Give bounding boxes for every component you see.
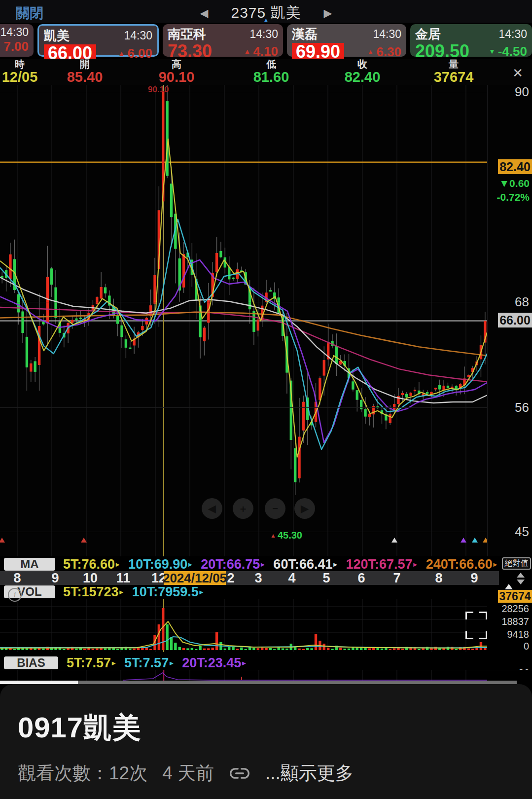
- ohlc-field-4: 收82.40: [345, 59, 381, 84]
- ticker-change: ▲4.10: [244, 44, 278, 59]
- ohlc-label: 低: [253, 59, 289, 70]
- absolute-value-button[interactable]: 絕對值: [502, 557, 531, 570]
- ticker-top-row: 凱美14:30: [39, 27, 157, 44]
- close-panel-icon[interactable]: ✕: [512, 66, 523, 81]
- ohlc-label: 時: [2, 59, 38, 70]
- indicator-value[interactable]: 240T:66.60▸: [426, 557, 497, 572]
- ohlc-field-5: 量37674: [434, 59, 474, 84]
- x-axis-tick: 8: [13, 571, 21, 585]
- panel-resize-up-icon[interactable]: [517, 573, 525, 578]
- video-scrub-bar[interactable]: [0, 681, 532, 684]
- ohlc-label: 量: [434, 59, 474, 70]
- viewfinder-icon[interactable]: [465, 612, 487, 639]
- ma-button[interactable]: MA: [4, 558, 55, 571]
- volume-tag-pointer-icon: [505, 584, 513, 589]
- expand-icon: ▸: [414, 560, 417, 568]
- indicator-value-text: 20T:66.75: [201, 557, 260, 572]
- ticker-card-漢磊[interactable]: 漢磊14:3069.90▲6.30: [287, 24, 406, 57]
- ticker-price: 209.50: [415, 43, 469, 60]
- down-triangle-icon: ▼: [489, 47, 496, 55]
- indicator-value[interactable]: 5T:15723▸: [63, 584, 123, 600]
- expand-icon: ▸: [170, 659, 173, 667]
- price-axis-tick: 45: [515, 524, 529, 540]
- bias-values: 5T:7.57▸5T:7.57▸20T:23.45▸: [67, 656, 246, 670]
- candlestick-chart-area[interactable]: 90.10 ▲ 45.30 82.40 ▼0.60 -0.72% 66.00 ◀…: [0, 85, 532, 556]
- bias-chart-strip: [0, 670, 532, 681]
- ohlc-field-3: 低81.60: [253, 59, 289, 84]
- expand-icon: ▸: [494, 560, 497, 568]
- ticker-change-value: 4.10: [253, 44, 278, 59]
- indicator-value-text: 60T:66.41: [273, 557, 332, 572]
- indicator-value[interactable]: 60T:66.41▸: [273, 557, 337, 572]
- panel-resize-down-icon[interactable]: [517, 580, 525, 584]
- volume-chart-area[interactable]: [0, 599, 532, 654]
- ticker-change: ▲6.30: [367, 44, 401, 60]
- ticker-time: 14:30: [0, 26, 29, 39]
- ohlc-field-2: 高90.10: [159, 59, 195, 84]
- price-axis-tick: 68: [515, 294, 529, 310]
- price-axis-tick: 90: [515, 84, 529, 100]
- candlestick-chart[interactable]: [0, 85, 487, 556]
- volume-chart[interactable]: [0, 599, 487, 654]
- ticker-price: 69.90: [292, 43, 344, 61]
- info-icon[interactable]: i: [8, 588, 22, 602]
- indicator-value[interactable]: 20T:23.45▸: [182, 655, 246, 671]
- ticker-price: 73.30: [168, 43, 212, 60]
- ticker-card-南亞科[interactable]: 南亞科14:3073.30▲4.10: [163, 24, 283, 57]
- pan-right-button[interactable]: ▶: [294, 498, 315, 519]
- ticker-card-金居[interactable]: 金居14:30209.50▼-4.50: [410, 24, 532, 57]
- change-percent: -0.72%: [497, 191, 530, 203]
- video-title: 0917凱美: [18, 709, 142, 747]
- pan-left-button[interactable]: ◀: [202, 498, 222, 519]
- indicator-value-text: 120T:67.57: [346, 557, 412, 572]
- ticker-time: 14:30: [249, 28, 278, 41]
- indicator-value[interactable]: 10T:69.90▸: [128, 557, 192, 572]
- video-age: 4 天前: [162, 761, 214, 786]
- indicator-value-text: 5T:76.60: [63, 557, 115, 572]
- x-axis-tick: 7: [393, 571, 400, 585]
- indicator-value-text: 5T:7.57: [67, 655, 111, 671]
- expand-icon: ▸: [261, 560, 264, 568]
- axis-divider: [487, 85, 488, 556]
- indicator-value[interactable]: 20T:66.75▸: [201, 557, 264, 572]
- x-axis-tick: 3: [254, 571, 262, 585]
- ticker-price-row: 73.30▲4.10: [163, 43, 283, 60]
- peak-price-annotation: 90.10: [148, 85, 169, 95]
- indicator-value[interactable]: 10T:7959.5▸: [132, 584, 203, 600]
- expand-icon: ▸: [188, 560, 192, 568]
- indicator-value[interactable]: 5T:76.60▸: [63, 557, 119, 572]
- up-triangle-icon: ▲: [244, 47, 251, 55]
- ticker-change-value: 7.00: [3, 39, 29, 54]
- crosshair-date-tag: 2024/12/05: [164, 571, 226, 585]
- indicator-value[interactable]: 120T:67.57▸: [346, 557, 417, 572]
- expand-icon: ▸: [333, 560, 337, 568]
- close-button[interactable]: 關閉: [16, 4, 43, 23]
- ticker-time: 14:30: [124, 29, 152, 42]
- indicator-value[interactable]: 5T:7.57▸: [67, 655, 115, 671]
- volume-axis-tick: 28256: [501, 603, 529, 615]
- expand-icon: ▸: [112, 659, 115, 667]
- x-axis-tick: 9: [470, 571, 478, 585]
- link-icon: [229, 766, 250, 781]
- expand-icon: ▸: [200, 588, 203, 596]
- prev-stock-icon[interactable]: ◀: [200, 7, 209, 20]
- up-triangle-icon: ▲: [118, 49, 125, 57]
- bias-button[interactable]: BIAS: [4, 656, 58, 669]
- next-stock-icon[interactable]: ▶: [324, 7, 332, 20]
- up-triangle-icon: ▲: [0, 43, 1, 51]
- ohlc-label: 收: [345, 59, 381, 70]
- zoom-in-button[interactable]: ＋: [233, 498, 253, 519]
- indicator-value-text: 240T:66.60: [426, 557, 493, 572]
- header-bar: 關閉 ◀ 2375 凱美 ▶ ▲: [0, 0, 532, 23]
- ohlc-field-1: 開85.40: [67, 59, 103, 84]
- show-more-link[interactable]: ...顯示更多: [265, 761, 354, 786]
- zoom-out-button[interactable]: −: [265, 498, 285, 519]
- ticker-card-凱美[interactable]: 凱美14:3066.00▲6.00: [37, 24, 159, 57]
- last-price-tag: 66.00: [498, 313, 532, 327]
- ohlc-label: 高: [159, 59, 195, 70]
- expand-icon: ▸: [120, 588, 123, 596]
- indicator-value[interactable]: 5T:7.57▸: [124, 655, 173, 671]
- ticker-top-row: 金居14:30: [410, 26, 532, 43]
- price-gridline: [0, 407, 487, 408]
- ticker-card-partial[interactable]: 14:30▲7.00: [0, 24, 34, 57]
